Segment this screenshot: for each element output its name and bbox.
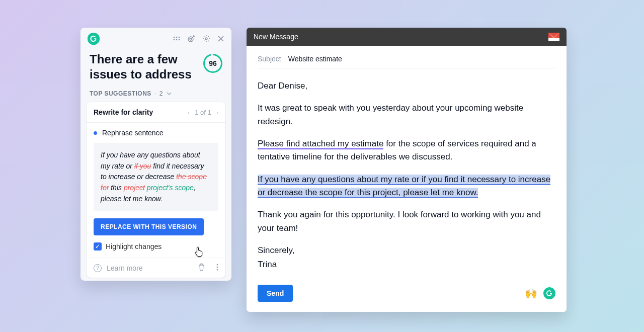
rephrase-label: Rephrase sentence	[102, 129, 163, 137]
svg-point-0	[88, 33, 100, 45]
email-signoff: Sincerely,	[258, 244, 555, 257]
svg-point-9	[205, 38, 207, 40]
pager-prev-icon[interactable]: ‹	[188, 109, 190, 116]
svg-point-12	[217, 269, 218, 271]
email-para: Thank you again for this opportunity. I …	[258, 208, 555, 235]
svg-point-5	[176, 39, 178, 41]
svg-point-13	[544, 288, 555, 299]
svg-point-11	[217, 267, 218, 268]
snippet-text: this	[109, 184, 124, 192]
panel-title: There are a few issues to address	[90, 52, 203, 82]
grammarly-logo-icon	[88, 33, 100, 45]
suggestion-card: Rewrite for clarity ‹ 1 of 1 › Rephrase …	[87, 102, 225, 278]
svg-point-4	[174, 39, 175, 41]
subject-label: Subject	[258, 55, 281, 63]
email-footer: Send 🙌	[258, 281, 555, 302]
chevron-down-icon	[166, 90, 172, 97]
drag-handle-icon[interactable]	[173, 36, 180, 41]
close-icon[interactable]	[217, 35, 224, 42]
email-signature: Trina	[258, 258, 555, 271]
subject-value: Website estimate	[288, 55, 342, 63]
top-suggestions-dot: ·	[154, 90, 156, 97]
score-badge[interactable]: 96	[203, 54, 222, 73]
email-window-title: New Message	[254, 33, 298, 41]
snippet-strike: project	[124, 184, 145, 192]
rewrite-snippet: If you have any questions about my rate …	[94, 143, 218, 211]
card-pager: ‹ 1 of 1 ›	[188, 109, 218, 116]
learn-more-link[interactable]: Learn more	[107, 264, 143, 272]
goals-icon[interactable]	[187, 35, 195, 43]
email-greeting: Dear Denise,	[258, 79, 555, 93]
email-window: New Message Subject Website estimate Dea…	[247, 28, 567, 312]
grammarly-header	[80, 28, 231, 47]
blue-dot-icon	[94, 131, 97, 135]
replace-button[interactable]: REPLACE WITH THIS VERSION	[94, 218, 204, 235]
svg-point-10	[217, 264, 218, 266]
email-para: If you have any questions about my rate …	[258, 173, 555, 200]
svg-point-8	[190, 38, 192, 40]
highlight-row[interactable]: ✓ Highlight changes	[87, 242, 225, 258]
gmail-icon	[548, 33, 559, 41]
grammarly-highlight[interactable]: If you have any questions about my rate …	[258, 175, 550, 198]
top-suggestions-label: TOP SUGGESTIONS	[90, 90, 151, 97]
subject-row[interactable]: Subject Website estimate	[258, 55, 555, 68]
email-para: Please find attached my estimate for the…	[258, 137, 555, 164]
svg-point-6	[179, 39, 180, 41]
more-icon[interactable]	[216, 264, 218, 272]
svg-point-3	[179, 37, 180, 38]
grammarly-status-icon[interactable]	[543, 287, 555, 299]
top-suggestions-toggle[interactable]: TOP SUGGESTIONS · 2	[80, 82, 231, 102]
pager-next-icon[interactable]: ›	[216, 109, 218, 116]
grammarly-underline[interactable]: Please find attached my estimate	[258, 139, 383, 149]
help-icon[interactable]: ?	[94, 264, 102, 272]
svg-point-2	[176, 37, 178, 38]
snippet-insert: project's scope	[145, 184, 194, 192]
gear-icon[interactable]	[202, 35, 210, 43]
cursor-hand-icon	[194, 246, 204, 260]
card-title: Rewrite for clarity	[94, 108, 153, 116]
score-value: 96	[209, 59, 217, 67]
top-suggestions-count: 2	[159, 90, 163, 97]
trash-icon[interactable]	[198, 263, 205, 273]
grammarly-panel: There are a few issues to address 96 TOP…	[80, 28, 231, 281]
send-button[interactable]: Send	[258, 285, 293, 302]
email-titlebar: New Message	[247, 28, 567, 46]
svg-point-1	[174, 37, 175, 38]
rephrase-row: Rephrase sentence	[87, 123, 225, 143]
highlight-label: Highlight changes	[106, 242, 162, 251]
highlight-checkbox[interactable]: ✓	[94, 242, 102, 251]
pager-text: 1 of 1	[195, 109, 211, 116]
emoji-raised-hands-icon[interactable]: 🙌	[525, 287, 537, 299]
email-body[interactable]: Dear Denise, It was great to speak with …	[258, 68, 555, 272]
email-para: It was great to speak with you yesterday…	[258, 102, 555, 128]
snippet-strike: if you	[134, 162, 151, 170]
